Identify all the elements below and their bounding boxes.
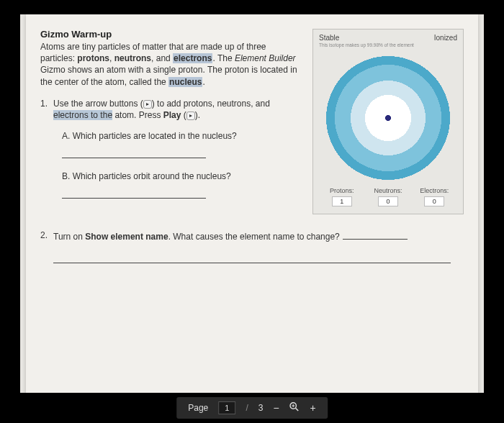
isotope-subtitle: This isotope makes up 99.98% of the elem…: [319, 42, 457, 47]
zoom-icon[interactable]: [289, 401, 300, 414]
question-1a: A. Which particles are located in the nu…: [62, 131, 301, 141]
protons-value: 1: [332, 196, 352, 206]
bold-nucleus: nucleus: [168, 77, 202, 87]
protons-counter: Protons: 1: [319, 187, 364, 206]
bold-neutrons: neutrons: [114, 53, 151, 63]
question-2: 2. Turn on Show element name. What cause…: [40, 230, 464, 242]
protons-label: Protons:: [319, 187, 364, 194]
intro-paragraph: Atoms are tiny particles of matter that …: [40, 41, 301, 88]
electrons-value: 0: [424, 196, 444, 206]
text: (: [181, 110, 186, 120]
text: . What causes the element name to change…: [168, 232, 340, 242]
answer-blank-1a: [62, 148, 206, 158]
text: Use the arrow buttons (: [53, 99, 143, 109]
gizmo-panel: Stable Ionized This isotope makes up 99.…: [312, 29, 464, 214]
page-current-input[interactable]: 1: [218, 401, 235, 414]
document-page: Gizmo Warm-up Atoms are tiny particles o…: [26, 14, 478, 401]
italic-element-builder: Element Builder: [235, 53, 296, 63]
question-1b: B. Which particles orbit around the nucl…: [62, 171, 301, 181]
text: .: [202, 77, 204, 87]
zoom-out-button[interactable]: −: [273, 402, 279, 414]
bold-protons: protons: [77, 53, 109, 63]
text: ) to add protons, neutrons, and: [152, 99, 270, 109]
q2-number: 2.: [40, 230, 53, 242]
electrons-label: Electrons:: [412, 187, 457, 194]
zoom-in-button[interactable]: +: [310, 402, 316, 414]
section-title: Gizmo Warm-up: [40, 29, 301, 40]
electrons-counter: Electrons: 0: [412, 187, 457, 206]
text: . The: [212, 53, 234, 63]
bold-show-element: Show element name: [85, 232, 168, 242]
text: ,: [109, 53, 114, 63]
play-icon: ▸: [186, 112, 195, 120]
neutrons-value: 0: [378, 196, 398, 206]
page-sep: /: [246, 403, 248, 413]
text: , and: [151, 53, 173, 63]
ionized-label: Ionized: [434, 34, 457, 42]
viewer-frame: Gizmo Warm-up Atoms are tiny particles o…: [20, 14, 484, 401]
neutrons-label: Neutrons:: [365, 187, 410, 194]
q1-number: 1.: [40, 98, 53, 121]
arrow-icon: ▸: [143, 100, 152, 109]
page-label: Page: [188, 403, 208, 413]
question-1: 1. Use the arrow buttons (▸) to add prot…: [40, 98, 301, 121]
atom-diagram: [325, 55, 451, 181]
text: atom. Press: [112, 110, 163, 120]
svg-line-1: [296, 408, 299, 411]
neutrons-counter: Neutrons: 0: [365, 187, 410, 206]
bold-electrons: electrons: [173, 53, 212, 63]
text: ).: [195, 110, 200, 120]
answer-blank-2a: [343, 230, 408, 240]
page-total: 3: [258, 403, 264, 413]
answer-blank-1b: [62, 188, 206, 199]
answer-blank-2b: [53, 253, 451, 263]
pdf-toolbar: Page 1 / 3 − +: [176, 397, 328, 419]
bold-play: Play: [163, 110, 181, 120]
stable-label: Stable: [319, 34, 339, 42]
text: Turn on: [53, 232, 85, 242]
hl-text: electrons to the: [53, 110, 112, 120]
